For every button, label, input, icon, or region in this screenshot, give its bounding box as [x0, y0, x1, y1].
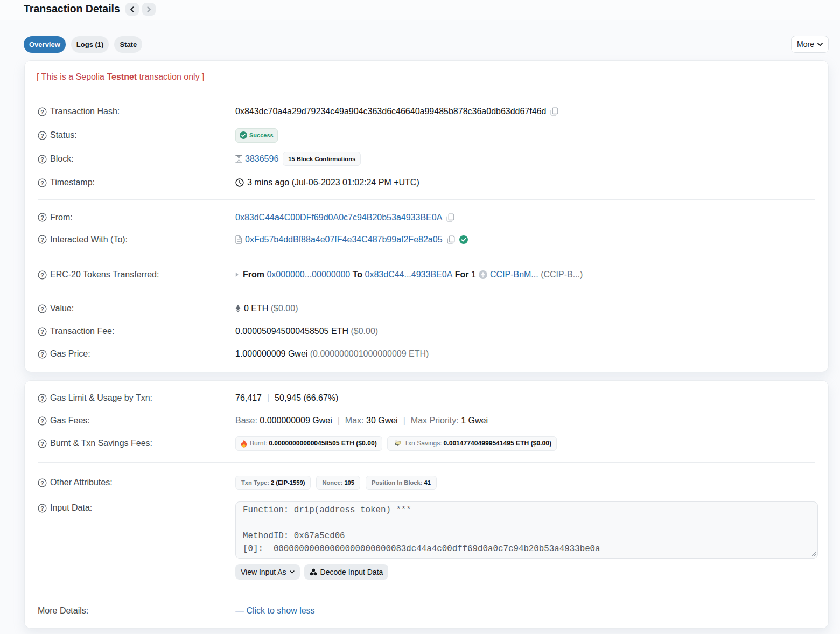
svg-text:?: ? [40, 214, 44, 221]
svg-text:?: ? [40, 156, 44, 162]
svg-text:?: ? [40, 440, 44, 447]
svg-text:?: ? [40, 108, 44, 115]
svg-text:?: ? [40, 395, 44, 401]
svg-text:?: ? [40, 351, 44, 357]
svg-text:?: ? [40, 505, 44, 511]
svg-text:?: ? [40, 132, 44, 138]
svg-text:?: ? [40, 236, 44, 243]
svg-text:?: ? [40, 179, 44, 186]
svg-text:?: ? [40, 328, 44, 335]
svg-text:?: ? [40, 479, 44, 486]
svg-text:?: ? [40, 305, 44, 312]
svg-text:?: ? [40, 271, 44, 278]
svg-text:?: ? [40, 417, 44, 424]
